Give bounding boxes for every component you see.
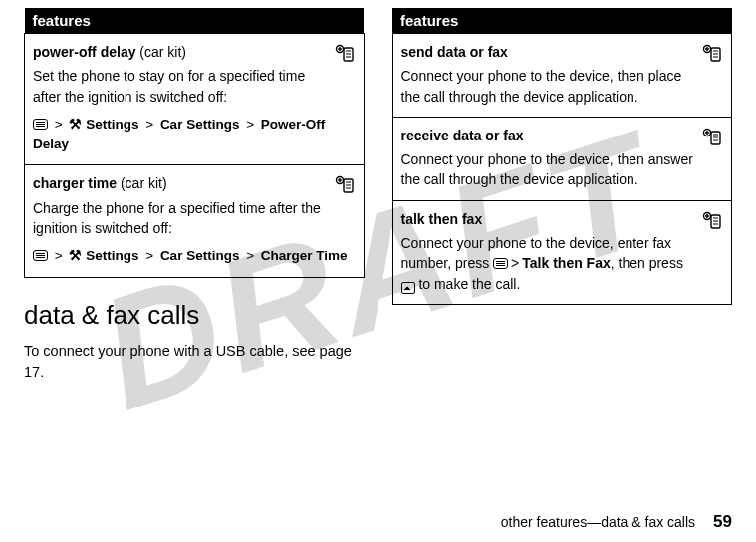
section-heading-data-fax: data & fax calls [24,300,365,331]
feature-cell-talk-then-fax: talk then fax Connect your phone to the … [392,200,732,304]
gt: > [142,248,156,263]
menu-path: > ⚒ Settings > Car Settings > Power-Off … [33,115,356,155]
right-column: features send data or fax Connect your p… [392,8,733,384]
body-text: to make the call. [415,276,521,292]
feature-body: Set the phone to stay on for a specified… [33,66,328,107]
path-seg: Car Settings [160,117,240,132]
optional-accessory-icon [701,211,723,231]
table-header: features [25,8,365,34]
feature-body: Charge the phone for a specified time af… [33,198,328,239]
path-seg: Charger Time [261,248,348,263]
optional-accessory-icon [334,44,356,64]
path-seg: Settings [86,248,138,263]
feature-cell-receive-data-fax: receive data or fax Connect your phone t… [392,117,732,200]
feature-title-extra: (car kit) [117,175,167,191]
feature-title: send data or fax [401,44,508,60]
optional-accessory-icon [701,128,723,147]
left-column: features power-off delay (car kit) Set t… [24,8,365,384]
feature-title: power-off delay [33,44,135,60]
page-content: features power-off delay (car kit) Set t… [0,0,756,384]
tools-icon: ⚒ [69,248,82,263]
menu-item: Talk then Fax [522,255,610,271]
page-number: 59 [713,512,732,532]
menu-key-icon [33,119,48,130]
menu-key-icon [493,258,508,269]
optional-accessory-icon [334,175,356,195]
feature-title: receive data or fax [401,128,524,143]
feature-body: Connect your phone to the device, then p… [401,66,696,107]
gt: > [142,117,156,132]
footer-text: other features—data & fax calls [501,514,695,530]
section-body: To connect your phone with a USB cable, … [24,341,365,385]
path-seg: Settings [86,117,138,132]
table-header: features [392,8,732,34]
gt: > [243,248,257,263]
tools-icon: ⚒ [69,117,82,132]
feature-cell-send-data-fax: send data or fax Connect your phone to t… [392,34,732,118]
page-footer: other features—data & fax calls 59 [501,512,732,532]
gt: > [508,255,522,271]
menu-key-icon [33,250,48,261]
gt: > [52,248,66,263]
feature-title: talk then fax [401,211,483,227]
optional-accessory-icon [701,44,723,64]
menu-path: > ⚒ Settings > Car Settings > Charger Ti… [33,246,356,266]
feature-body: Connect your phone to the device, then a… [401,149,696,190]
send-key-icon: ⏶ [401,282,415,294]
feature-cell-power-off-delay: power-off delay (car kit) Set the phone … [25,34,365,165]
gt: > [52,117,66,132]
feature-body: Connect your phone to the device, enter … [401,233,696,294]
path-seg: Car Settings [160,248,240,263]
feature-title: charger time [33,175,117,191]
feature-title-extra: (car kit) [135,44,186,60]
body-text: , then press [611,255,683,271]
features-table-left: features power-off delay (car kit) Set t… [24,8,365,278]
gt: > [243,117,257,132]
feature-cell-charger-time: charger time (car kit) Charge the phone … [25,165,365,277]
features-table-right: features send data or fax Connect your p… [392,8,733,305]
